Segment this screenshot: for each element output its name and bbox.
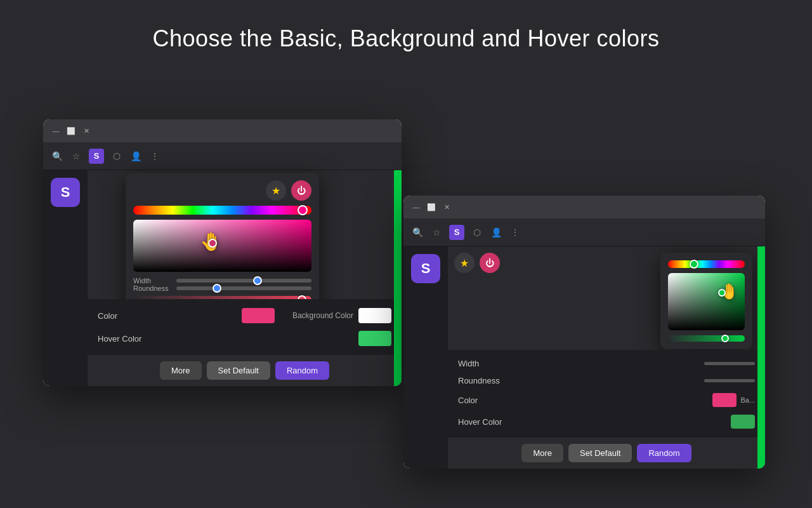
- roundness-label-left: Roundness: [133, 284, 171, 292]
- hue-thumb-left[interactable]: [298, 205, 308, 215]
- sidebar-left: S: [43, 170, 88, 386]
- hover-color-label-left: Hover Color: [98, 334, 141, 344]
- puzzle-icon-right: ⬡: [471, 227, 483, 237]
- hover-color-swatch-left[interactable]: [358, 331, 391, 346]
- bg-color-label-right: Ba...: [740, 396, 755, 404]
- favorite-button-left[interactable]: ★: [266, 180, 286, 201]
- minimize-button-right[interactable]: —: [411, 202, 421, 212]
- colors-section-right: Width Roundness Color Ba...: [448, 350, 765, 438]
- color-picker-dot-left[interactable]: [208, 239, 217, 248]
- width-thumb-left[interactable]: [253, 276, 262, 285]
- roundness-label-right: Roundness: [458, 376, 500, 385]
- hover-color-row-left: Hover Color: [98, 327, 391, 350]
- color-row-right: Color Ba...: [458, 389, 755, 411]
- width-label-left: Width: [133, 277, 171, 284]
- sidebar-logo-right: S: [411, 254, 440, 283]
- content-right: S 🤚: [403, 246, 765, 469]
- titlebar-left: — ⬜ ✕: [43, 119, 402, 142]
- width-label-right: Width: [458, 359, 479, 368]
- hover-color-swatch-right[interactable]: [731, 415, 755, 429]
- user-icon-left: 👤: [129, 151, 142, 161]
- green-accent-bar-left: [394, 170, 402, 386]
- bg-color-label-left: Background Color: [292, 311, 353, 320]
- hue-thumb-right[interactable]: [690, 260, 698, 269]
- random-button-left[interactable]: Random: [275, 361, 329, 380]
- zoom-icon-left: 🔍: [51, 151, 63, 161]
- sidebar-logo-left: S: [51, 178, 80, 207]
- maximize-button-right[interactable]: ⬜: [426, 202, 436, 212]
- user-icon-right: 👤: [490, 227, 502, 237]
- width-row-right: Width: [458, 355, 755, 372]
- width-slider-left[interactable]: [176, 279, 311, 283]
- star-icon-right[interactable]: ☆: [430, 227, 443, 237]
- window-controls-right: — ⬜ ✕: [411, 202, 452, 212]
- main-content-right: 🤚 Width: [448, 246, 765, 469]
- roundness-thumb-left[interactable]: [213, 284, 221, 293]
- close-button-left[interactable]: ✕: [81, 126, 91, 136]
- color-picker-popup-right: 🤚: [660, 253, 752, 349]
- hue-slider-left[interactable]: [133, 206, 311, 215]
- bg-color-swatch-left[interactable]: [358, 308, 391, 323]
- color-label-right: Color: [458, 396, 478, 405]
- roundness-slider-right[interactable]: [704, 379, 755, 382]
- color-picker-dot-right[interactable]: [718, 289, 726, 297]
- extension-s-icon-right[interactable]: S: [449, 225, 464, 240]
- colors-section-left: Color Background Color Hover Color: [88, 299, 402, 355]
- browser-window-right: — ⬜ ✕ 🔍 ☆ S ⬡ 👤 ⋮ S: [403, 196, 765, 469]
- page-title: Choose the Basic, Background and Hover c…: [0, 0, 812, 52]
- width-slider-right[interactable]: [704, 362, 755, 365]
- color-swatch-right[interactable]: [712, 393, 737, 407]
- puzzle-icon-left: ⬡: [110, 151, 123, 161]
- color-picker-popup-left: ★ ⏻ 🤚 Width: [126, 173, 319, 311]
- panel-buttons-right: More Set Default Random: [448, 438, 765, 469]
- roundness-slider-left[interactable]: [176, 286, 311, 290]
- toolbar-left: 🔍 ☆ S ⬡ 👤 ⋮: [43, 142, 402, 170]
- panel-bottom-left: Color Background Color Hover Color More: [88, 299, 402, 386]
- extension-s-icon-left[interactable]: S: [89, 149, 104, 164]
- more-button-right[interactable]: More: [521, 444, 563, 462]
- color-swatch-left[interactable]: [242, 308, 275, 323]
- power-button-left[interactable]: ⏻: [291, 180, 311, 201]
- panel-buttons-left: More Set Default Random: [88, 355, 402, 386]
- green-accent-bar-right: [757, 246, 765, 469]
- hue-slider-right[interactable]: [668, 260, 745, 268]
- random-button-right[interactable]: Random: [637, 444, 691, 462]
- browser-window-left: — ⬜ ✕ 🔍 ☆ S ⬡ 👤 ⋮ S ★ ⏻: [43, 119, 402, 386]
- alpha-slider-right[interactable]: [668, 335, 745, 342]
- panel-bottom-right: Width Roundness Color Ba...: [448, 350, 765, 469]
- content-left: S ★ ⏻ 🤚: [43, 170, 402, 386]
- favorite-button-right[interactable]: ★: [454, 253, 475, 273]
- set-default-button-left[interactable]: Set Default: [207, 361, 270, 380]
- toolbar-right: 🔍 ☆ S ⬡ 👤 ⋮: [403, 218, 765, 246]
- roundness-row-right: Roundness: [458, 372, 755, 389]
- close-button-right[interactable]: ✕: [442, 202, 452, 212]
- alpha-thumb-right[interactable]: [721, 335, 729, 342]
- color-gradient-left[interactable]: 🤚: [133, 220, 311, 272]
- menu-icon-right[interactable]: ⋮: [509, 227, 521, 237]
- more-button-left[interactable]: More: [160, 361, 202, 380]
- main-content-left: ★ ⏻ 🤚 Width: [88, 170, 402, 386]
- color-label-left: Color: [98, 311, 117, 321]
- star-icon-left[interactable]: ☆: [70, 151, 82, 161]
- hover-color-label-right: Hover Color: [458, 417, 502, 427]
- window-controls-left: — ⬜ ✕: [51, 126, 91, 136]
- menu-icon-left[interactable]: ⋮: [148, 151, 161, 161]
- minimize-button-left[interactable]: —: [51, 126, 61, 136]
- hover-color-row-right: Hover Color: [458, 411, 755, 432]
- color-gradient-right[interactable]: 🤚: [668, 273, 745, 330]
- width-row-left: Width: [133, 277, 311, 284]
- action-buttons-right: ★ ⏻: [454, 253, 500, 273]
- power-button-right[interactable]: ⏻: [480, 253, 500, 273]
- set-default-button-right[interactable]: Set Default: [568, 444, 632, 462]
- roundness-row-left: Roundness: [133, 284, 311, 292]
- zoom-icon-right: 🔍: [411, 227, 424, 237]
- color-row-left: Color Background Color: [98, 304, 391, 327]
- sidebar-right: S: [403, 246, 448, 469]
- maximize-button-left[interactable]: ⬜: [66, 126, 76, 136]
- titlebar-right-win: — ⬜ ✕: [403, 196, 765, 218]
